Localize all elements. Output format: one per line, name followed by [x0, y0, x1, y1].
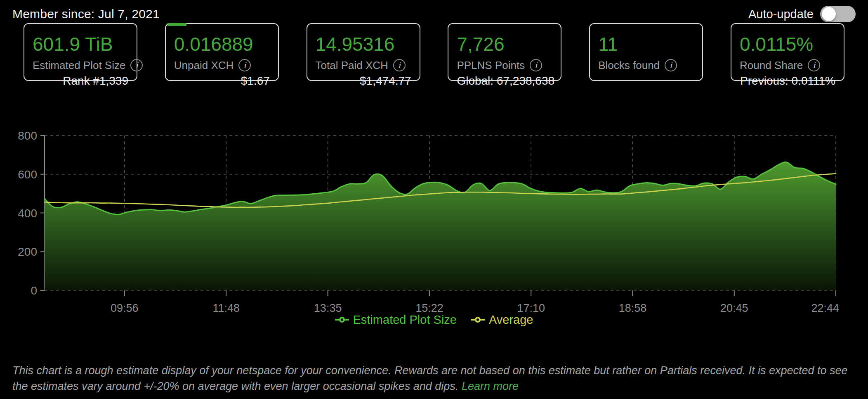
card-subvalue: Rank #1,339: [33, 74, 128, 87]
card-label: Total Paid XCH: [316, 59, 388, 72]
card-value: 11: [598, 34, 694, 55]
top-bar: Member since: Jul 7, 2021 Auto-update: [0, 0, 868, 23]
info-icon[interactable]: [665, 59, 677, 71]
card-value: 0.016889: [174, 34, 270, 55]
legend-label: Estimated Plot Size: [353, 313, 457, 327]
card-pplns-points: 7,726 PPLNS Points Global: 67,238,638: [448, 23, 561, 81]
card-accent-bar: [167, 23, 186, 26]
svg-text:22:44: 22:44: [811, 302, 839, 314]
toggle-knob-icon: [822, 7, 836, 21]
learn-more-link[interactable]: Learn more: [462, 380, 519, 392]
card-label: Round Share: [740, 59, 803, 72]
card-label: Unpaid XCH: [174, 59, 234, 72]
card-subvalue: Global: 67,238,638: [457, 74, 552, 87]
card-label: Blocks found: [598, 59, 660, 72]
card-value: 14.95316: [316, 34, 411, 55]
svg-text:17:10: 17:10: [517, 302, 545, 314]
auto-update-control: Auto-update: [748, 6, 856, 22]
card-value: 0.0115%: [740, 34, 835, 55]
card-total-paid-xch: 14.95316 Total Paid XCH $1,474.77: [307, 23, 420, 81]
stat-cards-row: 601.9 TiB Estimated Plot Size Rank #1,33…: [0, 23, 868, 81]
info-icon[interactable]: [530, 59, 542, 71]
svg-text:200: 200: [18, 245, 37, 258]
svg-text:400: 400: [18, 207, 37, 220]
card-subvalue: $1,474.77: [316, 74, 411, 87]
card-value: 7,726: [457, 34, 552, 55]
card-subvalue: Previous: 0.0111%: [740, 74, 835, 87]
auto-update-toggle[interactable]: [820, 6, 856, 22]
info-icon[interactable]: [808, 59, 820, 71]
legend-label: Average: [489, 313, 533, 327]
auto-update-label: Auto-update: [748, 7, 814, 21]
svg-text:18:58: 18:58: [619, 302, 647, 314]
card-unpaid-xch: 0.016889 Unpaid XCH $1.67: [165, 23, 279, 81]
card-blocks-found: 11 Blocks found: [589, 23, 703, 81]
card-label: Estimated Plot Size: [33, 59, 125, 72]
card-value: 601.9 TiB: [33, 34, 128, 55]
disclaimer-text: This chart is a rough estimate display o…: [12, 364, 848, 392]
card-subvalue: [598, 74, 694, 87]
svg-text:800: 800: [18, 129, 37, 142]
legend-item-average[interactable]: Average: [471, 313, 533, 327]
legend-marker-icon: [335, 316, 349, 323]
svg-text:15:22: 15:22: [415, 302, 443, 314]
netspace-chart: 020040060080009:5611:4813:3515:2217:1018…: [0, 124, 868, 328]
svg-text:0: 0: [31, 284, 37, 297]
svg-text:09:56: 09:56: [111, 302, 139, 314]
card-estimated-plot-size: 601.9 TiB Estimated Plot Size Rank #1,33…: [24, 23, 137, 81]
svg-text:13:35: 13:35: [314, 302, 342, 314]
member-since-text: Member since: Jul 7, 2021: [12, 7, 160, 21]
info-icon[interactable]: [393, 59, 406, 71]
svg-text:600: 600: [18, 168, 37, 181]
info-icon[interactable]: [238, 59, 251, 71]
card-label: PPLNS Points: [457, 59, 525, 72]
card-subvalue: $1.67: [174, 74, 270, 87]
legend-marker-icon: [471, 316, 485, 323]
svg-text:20:45: 20:45: [720, 302, 748, 314]
card-round-share: 0.0115% Round Share Previous: 0.0111%: [731, 23, 844, 81]
svg-text:11:48: 11:48: [212, 302, 240, 314]
chart-disclaimer: This chart is a rough estimate display o…: [12, 363, 856, 394]
legend-item-estimated-plot-size[interactable]: Estimated Plot Size: [335, 313, 457, 327]
info-icon[interactable]: [130, 59, 143, 71]
chart-canvas[interactable]: 020040060080009:5611:4813:3515:2217:1018…: [0, 124, 868, 318]
